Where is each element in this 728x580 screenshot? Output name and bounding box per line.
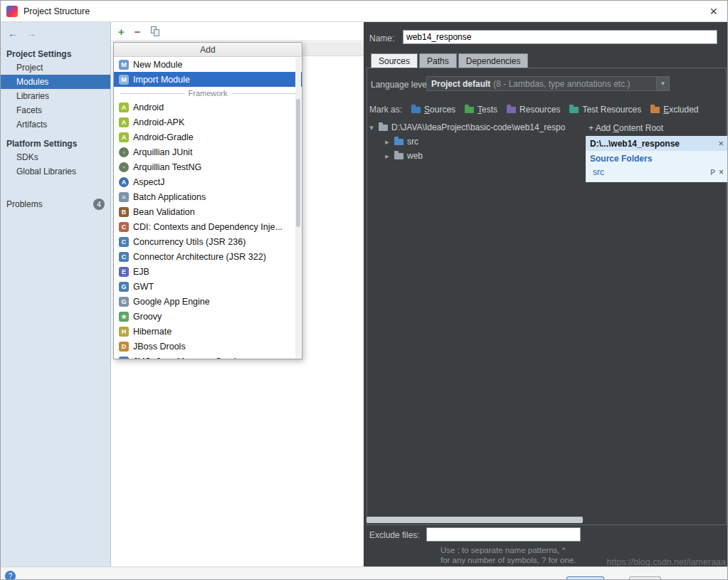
menu-item-connector-architecture[interactable]: C Connector Architecture (JSR 322) xyxy=(114,249,302,264)
android-gradle-icon: A xyxy=(119,132,129,142)
sidebar-item-project[interactable]: Project xyxy=(1,60,110,75)
concurrency-utils-icon: C xyxy=(119,237,129,247)
web-folder-icon xyxy=(394,153,403,159)
sidebar-item-sdks[interactable]: SDKs xyxy=(1,150,110,164)
sidebar-item-facets[interactable]: Facets xyxy=(1,103,110,117)
tab-paths[interactable]: Paths xyxy=(419,53,457,68)
chevron-right-icon[interactable]: ▸ xyxy=(384,137,391,147)
tree-root-label: D:\JAVA\IdeaProject\basic-code\web14_res… xyxy=(391,122,565,132)
remove-icon[interactable]: − xyxy=(134,26,141,37)
mark-resources-button[interactable]: Resources xyxy=(507,105,560,115)
popup-scrollbar[interactable] xyxy=(295,58,301,358)
tree-root-row[interactable]: ▾ D:\JAVA\IdeaProject\basic-code\web14_r… xyxy=(366,120,583,135)
menu-item-label: CDI: Contexts and Dependency Inje... xyxy=(133,222,283,232)
menu-item-cdi[interactable]: C CDI: Contexts and Dependency Inje... xyxy=(114,219,302,234)
horizontal-scrollbar[interactable] xyxy=(366,517,583,523)
menu-item-jms[interactable]: J JMS: Java Message Service xyxy=(114,354,302,359)
menu-item-label: New Module xyxy=(133,60,182,70)
copy-icon[interactable] xyxy=(151,26,160,37)
menu-item-bean-validation[interactable]: B Bean Validation xyxy=(114,204,302,219)
tree-row-src[interactable]: ▸ src xyxy=(366,135,583,149)
menu-item-hibernate[interactable]: H Hibernate xyxy=(114,324,302,339)
close-icon[interactable]: × xyxy=(705,5,722,18)
mark-test-resources-button[interactable]: Test Resources xyxy=(569,105,641,115)
chevron-expanded-icon[interactable]: ▾ xyxy=(368,123,375,132)
menu-item-label: Batch Applications xyxy=(133,192,206,202)
mark-tests-button[interactable]: Tests xyxy=(465,105,497,115)
menu-item-gwt[interactable]: G GWT xyxy=(114,279,302,294)
language-level-select[interactable]: Project default (8 - Lambdas, type annot… xyxy=(426,76,670,91)
add-icon[interactable]: + xyxy=(118,26,125,37)
sidebar-item-global-libraries[interactable]: Global Libraries xyxy=(1,164,110,179)
jms-icon: J xyxy=(119,357,129,359)
menu-item-label: AspectJ xyxy=(133,177,164,187)
package-prefix-icon[interactable]: P xyxy=(710,169,715,176)
menu-item-label: JBoss Drools xyxy=(133,342,186,352)
language-level-value: Project default xyxy=(431,79,490,89)
sidebar-item-artifacts[interactable]: Artifacts xyxy=(1,117,110,132)
list-header-strip xyxy=(303,42,364,56)
project-settings-header: Project Settings xyxy=(1,48,110,60)
mark-sources-button[interactable]: Sources xyxy=(411,105,455,115)
popup-title: Add xyxy=(114,43,302,57)
hibernate-icon: H xyxy=(119,327,129,337)
problems-label: Problems xyxy=(6,199,43,209)
menu-item-groovy[interactable]: ★ Groovy xyxy=(114,309,302,324)
forward-icon[interactable]: → xyxy=(26,28,36,39)
menu-item-aspectj[interactable]: A AspectJ xyxy=(114,174,302,189)
mark-excluded-button[interactable]: Excluded xyxy=(650,105,698,115)
menu-item-batch-applications[interactable]: ≡ Batch Applications xyxy=(114,189,302,204)
menu-item-concurrency-utils[interactable]: C Concurrency Utils (JSR 236) xyxy=(114,234,302,249)
mark-as-label: Mark as: xyxy=(369,105,402,115)
dialog-bottom-bar: ? xyxy=(1,566,728,580)
menu-item-arquillian-testng[interactable]: ◦ Arquillian TestNG xyxy=(114,159,302,174)
batch-applications-icon: ≡ xyxy=(119,192,129,202)
remove-folder-icon[interactable]: × xyxy=(719,167,724,177)
cdi-icon: C xyxy=(119,222,129,232)
menu-item-android-apk[interactable]: A Android-APK xyxy=(114,115,302,130)
tab-dependencies[interactable]: Dependencies xyxy=(458,53,529,68)
menu-item-label: Android xyxy=(133,102,164,112)
sidebar-item-libraries[interactable]: Libraries xyxy=(1,89,110,103)
problems-badge: 4 xyxy=(93,199,105,210)
menu-item-label: Android-Gradle xyxy=(133,132,194,142)
exclude-files-input[interactable] xyxy=(426,527,581,542)
remove-root-icon[interactable]: × xyxy=(718,138,724,149)
source-folder-item[interactable]: src P × xyxy=(586,165,727,179)
window-title: Project Structure xyxy=(23,6,90,16)
help-icon[interactable]: ? xyxy=(5,571,16,580)
ok-button[interactable] xyxy=(566,576,604,580)
module-name-input[interactable] xyxy=(403,30,717,44)
menu-item-android[interactable]: A Android xyxy=(114,100,302,115)
add-content-root-button[interactable]: + Add Content Root xyxy=(586,120,727,136)
app-icon xyxy=(6,6,18,17)
exclude-files-label: Exclude files: xyxy=(369,530,420,540)
menu-item-google-app-engine[interactable]: G Google App Engine xyxy=(114,294,302,309)
menu-item-label: Google App Engine xyxy=(133,297,210,307)
content-root-item[interactable]: D:\...\web14_response × xyxy=(586,136,727,151)
menu-item-arquillian-junit[interactable]: ◦ Arquillian JUnit xyxy=(114,144,302,159)
source-folder-label: src xyxy=(593,167,604,177)
tree-row-web[interactable]: ▸ web xyxy=(366,149,583,163)
popup-scrollbar-thumb[interactable] xyxy=(296,99,300,227)
menu-item-new-module[interactable]: M New Module xyxy=(114,57,302,72)
sidebar-item-modules[interactable]: Modules xyxy=(1,75,110,89)
sidebar-item-problems[interactable]: Problems 4 xyxy=(1,197,110,211)
menu-item-ejb[interactable]: E EJB xyxy=(114,264,302,279)
back-icon[interactable]: ← xyxy=(8,28,18,39)
menu-item-import-module[interactable]: M Import Module xyxy=(114,72,302,87)
tab-sources[interactable]: Sources xyxy=(371,53,418,68)
tests-folder-icon xyxy=(465,107,474,113)
menu-item-jboss-drools[interactable]: D JBoss Drools xyxy=(114,339,302,354)
cancel-button[interactable] xyxy=(629,576,661,580)
menu-item-label: Groovy xyxy=(133,312,162,322)
connector-architecture-icon: C xyxy=(119,252,129,262)
project-structure-dialog: Project Structure × ← → Project Settings… xyxy=(0,0,728,580)
bean-validation-icon: B xyxy=(119,207,129,217)
exclude-hint-line1: Use ; to separate name patterns, * xyxy=(441,546,565,554)
menu-item-label: Connector Architecture (JSR 322) xyxy=(133,252,266,262)
history-nav: ← → xyxy=(1,22,110,42)
chevron-right-icon[interactable]: ▸ xyxy=(384,152,391,161)
menu-item-android-gradle[interactable]: A Android-Gradle xyxy=(114,130,302,144)
content-root-label: D:\...\web14_response xyxy=(590,139,680,149)
